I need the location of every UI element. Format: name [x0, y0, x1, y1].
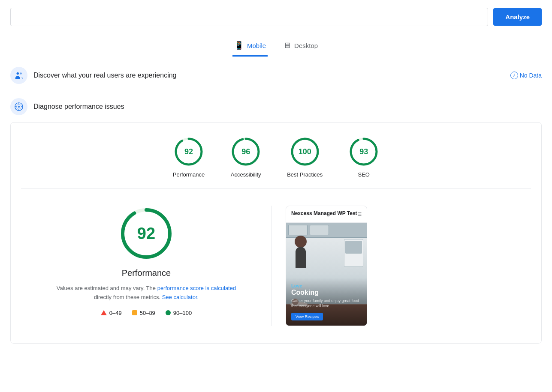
- preview-small-title: Love: [291, 283, 362, 288]
- score-label-best-practices: Best Practices: [287, 171, 323, 178]
- diagnose-section: Diagnose performance issues 92 Performan…: [0, 91, 552, 344]
- score-label-accessibility: Accessibility: [231, 171, 261, 178]
- score-label-seo: SEO: [358, 171, 370, 178]
- diagnose-icon: [10, 98, 27, 115]
- menu-icon[interactable]: ≡: [358, 210, 362, 218]
- good-range: 90–100: [173, 310, 192, 316]
- url-input[interactable]: https://nexwptest.cyou/: [10, 8, 488, 26]
- preview-overlay: Love Cooking Gather your family and enjo…: [286, 278, 367, 326]
- perf-title: Performance: [35, 268, 258, 278]
- large-circle-performance: 92: [118, 206, 174, 261]
- top-bar: https://nexwptest.cyou/ Analyze: [0, 0, 552, 34]
- score-item-best-practices[interactable]: 100 Best Practices: [287, 136, 323, 178]
- real-users-icon: [10, 67, 27, 84]
- tab-desktop[interactable]: 🖥 Desktop: [281, 38, 320, 57]
- score-item-accessibility[interactable]: 96 Accessibility: [230, 136, 261, 178]
- score-number-best-practices: 100: [299, 147, 311, 156]
- score-item-performance[interactable]: 92 Performance: [173, 136, 205, 178]
- bottom-section: 92 Performance Values are estimated and …: [21, 199, 531, 333]
- preview-site-title: Nexcess Managed WP Test: [291, 210, 357, 216]
- preview-view-recipes-button[interactable]: View Recipes: [291, 313, 323, 320]
- no-data-link[interactable]: i No Data: [510, 72, 542, 79]
- score-label-performance: Performance: [173, 171, 205, 178]
- perf-desc-text2: directly from these metrics.: [94, 294, 160, 300]
- preview-subtitle: Gather your family and enjoy great food …: [291, 298, 362, 309]
- mobile-icon: 📱: [234, 41, 244, 50]
- circle-seo: 93: [348, 136, 379, 167]
- see-calculator-link[interactable]: See calculator.: [162, 294, 199, 300]
- real-users-title: Discover what your real users are experi…: [33, 72, 504, 79]
- preview-image-area: Love Cooking Gather your family and enjo…: [286, 223, 367, 326]
- poor-icon: [101, 310, 107, 315]
- score-number-seo: 93: [359, 147, 368, 156]
- legend-medium: 50–89: [132, 310, 155, 316]
- diagnose-title: Diagnose performance issues: [33, 103, 542, 111]
- vertical-divider: [271, 206, 272, 326]
- large-score-number: 92: [137, 224, 155, 243]
- info-icon: i: [510, 72, 518, 79]
- preview-card: Nexcess Managed WP Test ≡: [286, 206, 367, 326]
- score-number-performance: 92: [184, 147, 193, 156]
- svg-point-0: [17, 72, 19, 75]
- legend-poor: 0–49: [101, 310, 122, 316]
- good-icon: [166, 310, 171, 315]
- poor-range: 0–49: [109, 310, 122, 316]
- medium-icon: [132, 310, 137, 315]
- diagnose-banner: Diagnose performance issues: [10, 98, 542, 115]
- svg-point-4: [18, 106, 20, 108]
- perf-desc: Values are estimated and may vary. The p…: [35, 284, 258, 302]
- no-data-label: No Data: [520, 72, 542, 79]
- score-item-seo[interactable]: 93 SEO: [348, 136, 379, 178]
- circle-accessibility: 96: [230, 136, 261, 167]
- circle-best-practices: 100: [290, 136, 320, 167]
- score-number-accessibility: 96: [241, 147, 250, 156]
- tab-mobile[interactable]: 📱 Mobile: [232, 37, 268, 57]
- legend-row: 0–49 50–89 90–100: [35, 310, 258, 316]
- perf-desc-text1: Values are estimated and may vary. The: [57, 285, 156, 291]
- desktop-icon: 🖥: [283, 41, 291, 50]
- scores-row: 92 Performance 96 Accessibility: [21, 136, 531, 189]
- perf-link1-text: performance score is calculated: [157, 285, 236, 291]
- perf-details: 92 Performance Values are estimated and …: [35, 206, 258, 316]
- real-users-banner: Discover what your real users are experi…: [0, 60, 552, 91]
- see-calculator-text: See calculator.: [162, 294, 199, 300]
- tabs-container: 📱 Mobile 🖥 Desktop: [0, 34, 552, 57]
- medium-range: 50–89: [140, 310, 155, 316]
- svg-point-1: [20, 72, 22, 75]
- scores-card: 92 Performance 96 Accessibility: [10, 122, 542, 344]
- preview-card-header: Nexcess Managed WP Test ≡: [286, 206, 367, 223]
- circle-performance: 92: [173, 136, 204, 167]
- tab-mobile-label: Mobile: [247, 42, 266, 49]
- legend-good: 90–100: [166, 310, 192, 316]
- perf-score-link[interactable]: performance score is calculated: [157, 285, 236, 291]
- analyze-button[interactable]: Analyze: [493, 8, 542, 26]
- preview-large-title: Cooking: [291, 288, 362, 296]
- tab-desktop-label: Desktop: [294, 42, 318, 49]
